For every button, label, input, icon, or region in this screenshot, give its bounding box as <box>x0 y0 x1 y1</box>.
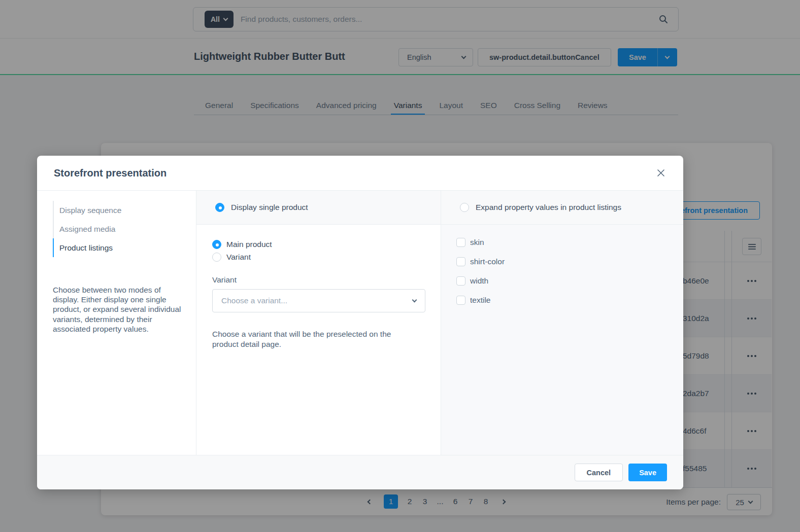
shirt-color-label: shirt-color <box>470 257 505 266</box>
expand-properties-label: Expand property values in product listin… <box>476 203 621 212</box>
main-product-option: Main product <box>212 240 425 249</box>
variant-option: Variant <box>212 253 425 262</box>
property-row-shirt-color: shirt-color <box>456 257 683 266</box>
property-row-textile: textile <box>456 296 683 305</box>
variant-label: Variant <box>226 253 251 262</box>
close-icon[interactable] <box>655 167 666 179</box>
screen: All Lightweight Rubber Butter Butt Engli… <box>0 0 800 532</box>
modal-header: Storefront presentation <box>37 156 683 191</box>
nav-item-assigned-media[interactable]: Assigned media <box>53 220 196 238</box>
single-product-header: Display single product <box>196 191 441 225</box>
modal-sidebar: Display sequence Assigned media Product … <box>37 191 196 455</box>
display-single-product-radio[interactable] <box>215 203 224 212</box>
expand-properties-column: Expand property values in product listin… <box>441 191 683 455</box>
variant-select[interactable]: Choose a variant... <box>212 289 425 312</box>
modal-body: Display sequence Assigned media Product … <box>37 191 683 455</box>
skin-checkbox[interactable] <box>456 238 465 247</box>
property-row-width: width <box>456 276 683 286</box>
nav-item-display-sequence[interactable]: Display sequence <box>53 201 196 220</box>
single-product-column: Display single product Main product Vari… <box>196 191 441 455</box>
main-product-radio[interactable] <box>212 240 221 249</box>
display-single-product-label: Display single product <box>231 203 308 212</box>
properties-list: skin shirt-color width textile <box>441 225 683 315</box>
save-button[interactable]: Save <box>628 464 667 481</box>
width-label: width <box>470 276 488 286</box>
main-product-label: Main product <box>226 240 272 249</box>
expand-properties-header: Expand property values in product listin… <box>441 191 683 225</box>
skin-label: skin <box>470 238 484 247</box>
shirt-color-checkbox[interactable] <box>456 257 465 266</box>
modal-title: Storefront presentation <box>54 167 166 179</box>
nav-item-product-listings[interactable]: Product listings <box>53 238 196 257</box>
chevron-down-icon <box>412 297 417 302</box>
expand-properties-radio[interactable] <box>460 203 469 212</box>
mode-description: Choose between two modes of display. Eit… <box>53 285 182 334</box>
variant-radio[interactable] <box>212 253 221 262</box>
cancel-button[interactable]: Cancel <box>575 464 623 481</box>
variant-helper-text: Choose a variant that will be the presel… <box>212 329 416 349</box>
single-product-body: Main product Variant Variant Choose a va… <box>196 225 441 349</box>
property-row-skin: skin <box>456 238 683 247</box>
textile-checkbox[interactable] <box>456 296 465 305</box>
variant-select-placeholder: Choose a variant... <box>221 296 287 305</box>
variant-field-label: Variant <box>212 275 425 285</box>
modal-nav: Display sequence Assigned media Product … <box>53 201 196 257</box>
storefront-presentation-modal: Storefront presentation Display sequence… <box>37 156 683 489</box>
textile-label: textile <box>470 296 491 305</box>
width-checkbox[interactable] <box>456 276 465 286</box>
modal-footer: Cancel Save <box>37 455 683 489</box>
